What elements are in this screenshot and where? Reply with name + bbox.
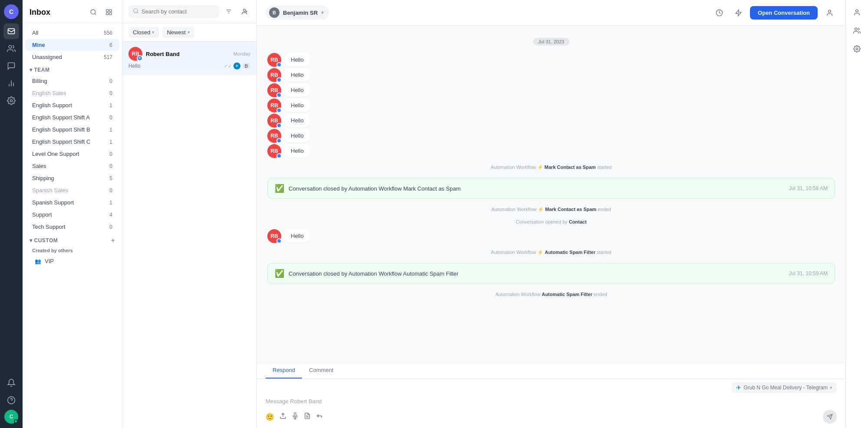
sidebar-item-team-7[interactable]: Sales 0: [25, 160, 119, 172]
msg-avatar-badge-reopen: [276, 238, 282, 244]
mic-icon-btn[interactable]: [292, 412, 299, 421]
msg-avatar-4: RB: [267, 114, 281, 128]
new-conv-icon[interactable]: [238, 6, 250, 18]
tab-comment[interactable]: Comment: [302, 362, 340, 379]
search-input[interactable]: [141, 8, 215, 15]
msg-bubble-3: Hello: [285, 99, 310, 112]
telegram-icon-small: ✈: [138, 56, 141, 60]
sidebar-item-unassigned-label: Unassigned: [32, 54, 62, 60]
sidebar-item-team-3[interactable]: English Support Shift A 0: [25, 112, 119, 123]
msg-avatar-5: RB: [267, 129, 281, 143]
team-section-header[interactable]: ▾ Team: [23, 63, 122, 75]
contact-pill-avatar: B: [269, 7, 279, 18]
nav-icon-contacts[interactable]: [3, 41, 19, 56]
conversation-item[interactable]: RB ✈ Robert Band Monday Hello ✓✓ ✈ B: [122, 42, 256, 75]
nav-icon-settings[interactable]: [3, 93, 19, 109]
search-icon-btn[interactable]: [87, 6, 99, 18]
sidebar-item-mine[interactable]: Mine 6: [25, 39, 119, 51]
right-panel-icon-2[interactable]: [849, 23, 865, 38]
message-placeholder[interactable]: Message Robert Band: [266, 396, 837, 406]
automation-row-2: Automation Workflow ⚡ Mark Contact as Sp…: [267, 203, 835, 216]
clock-icon-btn[interactable]: [712, 5, 727, 20]
sidebar-item-team-10[interactable]: Spanish Support 1: [25, 197, 119, 208]
msg-badge-2: [276, 92, 282, 98]
sidebar-list: All 556 Mine 6 Unassigned 517 ▾ Team Bil…: [23, 23, 122, 428]
svg-rect-7: [109, 10, 112, 12]
sidebar-item-team-0[interactable]: Billing 0: [25, 75, 119, 87]
svg-line-11: [137, 12, 138, 13]
conv-item-name-row: RB ✈ Robert Band: [128, 47, 180, 61]
svg-point-10: [134, 9, 138, 13]
sidebar-item-unassigned[interactable]: Unassigned 517: [25, 51, 119, 63]
search-box[interactable]: [128, 5, 219, 18]
team-item-count-12: 0: [109, 224, 112, 230]
team-item-count-10: 1: [109, 200, 112, 206]
sidebar-item-team-5[interactable]: English Support Shift C 1: [25, 136, 119, 148]
template-icon-btn[interactable]: [304, 412, 311, 421]
closed-banner-2-time: Jul 31, 10:59 AM: [789, 270, 828, 277]
user-avatar[interactable]: C: [4, 410, 18, 424]
sidebar-item-team-12[interactable]: Tech Support 0: [25, 221, 119, 233]
msg-bubble-reopen: Hello: [285, 229, 310, 243]
nav-icon-help[interactable]: [3, 392, 19, 408]
sidebar-item-team-9[interactable]: Spanish Sales 0: [25, 184, 119, 196]
input-action-buttons: 🙂: [266, 412, 323, 421]
filter-newest-btn[interactable]: Newest ▾: [162, 27, 194, 38]
message-row-4: RB Hello: [267, 114, 835, 128]
conv-list-header: [122, 0, 256, 23]
right-panel: [845, 0, 868, 428]
nav-icon-inbox[interactable]: [3, 23, 19, 39]
sidebar-item-all-count: 556: [104, 30, 112, 36]
automation-row-4: Automation Workflow Automatic Spam Filte…: [267, 288, 835, 300]
online-indicator: [14, 419, 18, 423]
closed-banner-1-left: ✅ Conversation closed by Automation Work…: [275, 184, 460, 193]
lightning-icon-3: ⚡: [537, 250, 545, 255]
conv-item-time: Monday: [233, 51, 250, 56]
custom-section-plus-icon[interactable]: +: [111, 237, 115, 244]
team-item-label-7: Sales: [32, 163, 46, 169]
sidebar-item-all[interactable]: All 556: [25, 27, 119, 39]
vip-icon: 👥: [35, 258, 41, 264]
telegram-badge: ✈: [233, 63, 240, 69]
contact-pill[interactable]: B Benjamin SR ▾: [266, 6, 329, 20]
sidebar-item-all-label: All: [32, 30, 38, 36]
telegram-icon-footer: ✈: [736, 384, 741, 391]
chevron-down-icon: ▾: [152, 30, 155, 35]
sidebar-item-team-11[interactable]: Support 4: [25, 209, 119, 221]
open-conversation-button[interactable]: Open Conversation: [750, 6, 818, 20]
compose-icon-btn[interactable]: [103, 6, 115, 18]
emoji-icon-btn[interactable]: 🙂: [266, 413, 274, 421]
custom-section-header[interactable]: ▾ Custom +: [23, 233, 122, 246]
sidebar-item-team-8[interactable]: Shipping 5: [25, 172, 119, 184]
sidebar-item-vip[interactable]: 👥 VIP: [25, 255, 119, 267]
msg-badge-0: [276, 62, 282, 67]
lightning-icon-btn[interactable]: [731, 5, 746, 20]
team-item-count-7: 0: [109, 163, 112, 169]
send-button[interactable]: [823, 410, 837, 424]
sidebar-item-team-2[interactable]: English Support 1: [25, 99, 119, 111]
reply-icon-btn[interactable]: [316, 412, 323, 421]
tab-respond[interactable]: Respond: [266, 362, 302, 379]
channel-badge[interactable]: ✈ Grub N Go Meal Delivery - Telegram ▾: [732, 382, 837, 393]
nav-icon-conversations[interactable]: [3, 58, 19, 74]
contact-chevron-icon: ▾: [321, 10, 324, 16]
chat-footer: Respond Comment ✈ Grub N Go Meal Deliver…: [257, 362, 845, 428]
team-item-label-5: English Support Shift C: [32, 138, 90, 145]
sidebar-item-team-4[interactable]: English Support Shift B 1: [25, 124, 119, 135]
nav-icon-reports[interactable]: [3, 76, 19, 91]
workspace-avatar[interactable]: C: [4, 4, 19, 19]
sidebar-item-team-6[interactable]: Level One Support 0: [25, 148, 119, 160]
right-panel-icon-1[interactable]: [849, 4, 865, 20]
chat-footer-tabs: Respond Comment: [257, 362, 845, 379]
team-section-title: ▾ Team: [30, 67, 50, 73]
sidebar-header-icons: [87, 6, 115, 18]
right-panel-icon-3[interactable]: [849, 41, 865, 56]
user-icon-btn[interactable]: [822, 5, 837, 20]
filter-closed-btn[interactable]: Closed ▾: [128, 27, 159, 38]
conv-filter-icon[interactable]: [223, 6, 235, 18]
nav-icon-notifications[interactable]: [3, 375, 19, 391]
team-items-list: Billing 0 English Sales 0 English Suppor…: [23, 75, 122, 233]
team-item-label-3: English Support Shift A: [32, 114, 90, 121]
sidebar-item-team-1[interactable]: English Sales 0: [25, 87, 119, 99]
upload-icon-btn[interactable]: [279, 412, 286, 421]
